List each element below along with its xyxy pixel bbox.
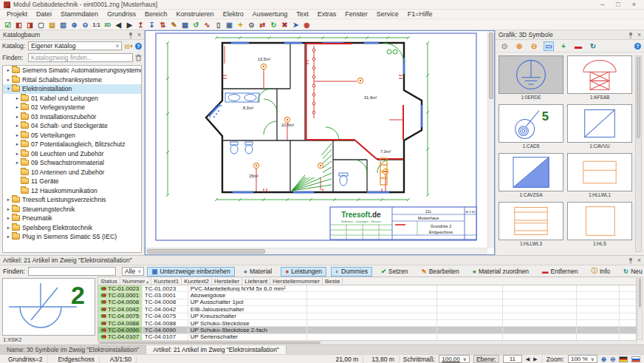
expander-icon[interactable]: ▾: [5, 86, 12, 92]
menu-item[interactable]: Elektro: [219, 10, 248, 18]
menu-item[interactable]: Auswertung: [248, 10, 292, 18]
tree-item[interactable]: ▸ Plug in Siemens Simatic S5 (IEC): [3, 232, 141, 242]
include-subbranches-button[interactable]: ▣ Unterzweige einbeziehen: [147, 267, 234, 277]
symbol-cavzsa[interactable]: [499, 153, 564, 191]
tree-item[interactable]: ▾ Elektroinstallation: [3, 84, 141, 94]
sort-levels-icon[interactable]: ⇅: [157, 20, 168, 30]
zoom-out-icon[interactable]: ⊖: [610, 356, 615, 363]
close-panel-icon[interactable]: ×: [137, 31, 141, 38]
menu-item[interactable]: Extras: [313, 10, 341, 18]
lamp-icon[interactable]: ✦: [235, 20, 246, 30]
project-export-icon[interactable]: ◨: [24, 20, 35, 30]
menu-item[interactable]: Bereich: [140, 10, 172, 18]
tree-item[interactable]: 12 Hauskommunikation: [3, 186, 141, 196]
canvas-horizontal-scrollbar[interactable]: [145, 248, 487, 254]
symbol-cad5[interactable]: 5: [499, 104, 564, 143]
info-button[interactable]: ⓘ Info: [586, 267, 614, 277]
expander-icon[interactable]: ▸: [5, 215, 12, 221]
expander-icon[interactable]: ▸: [5, 77, 12, 83]
expander-icon[interactable]: ▸: [14, 132, 21, 138]
tools-icon[interactable]: ➤: [290, 20, 301, 30]
clear-search-icon[interactable]: [135, 54, 142, 61]
table-row[interactable]: TC-04.0042 TC-04.0042 EIB-Jalousieschalt…: [98, 306, 636, 313]
reload-symbols-icon[interactable]: ↻: [588, 41, 598, 51]
bearbeiten-button[interactable]: ✎ Bearbeiten: [417, 267, 464, 277]
properties-icon[interactable]: ▣: [224, 20, 235, 30]
minimize-button[interactable]: –: [600, 1, 604, 8]
expander-icon[interactable]: ▸: [5, 225, 12, 231]
move-down-icon[interactable]: ↧: [146, 20, 157, 30]
help-icon[interactable]: ?: [135, 43, 142, 50]
menu-item[interactable]: Stammdaten: [56, 10, 103, 18]
zoom-in-icon[interactable]: ⊕: [69, 20, 80, 30]
search-icon[interactable]: ⊙: [246, 20, 257, 30]
zoom-out-icon[interactable]: ⊖: [529, 41, 539, 51]
expander-icon[interactable]: ▸: [5, 234, 12, 240]
menu-item[interactable]: F1=Hilfe: [403, 10, 437, 18]
tree-item[interactable]: ▸ 07 Potentialausgleich, Blitzschutz: [3, 140, 141, 149]
symbol-cavvu[interactable]: [567, 104, 632, 143]
catalog-search-input[interactable]: [28, 53, 133, 62]
article-filter-select[interactable]: Alle∨: [122, 267, 144, 276]
freehand-icon[interactable]: ∿: [202, 20, 213, 30]
bottom-tab[interactable]: Name: 30 Symbole im Zweig "Elektroinstal…: [0, 345, 146, 354]
zoom-in-icon[interactable]: ⊕: [601, 356, 606, 363]
table-row[interactable]: TC-04.0088 TC-04.0088 UP Schuko-Steckdos…: [98, 320, 636, 327]
article-search-input[interactable]: [28, 267, 116, 276]
maximize-button[interactable]: □: [616, 1, 620, 8]
column-header[interactable]: Nummer: [120, 277, 152, 285]
entfernen-button[interactable]: ▬ Entfernen: [538, 267, 582, 277]
add-symbol-icon[interactable]: +: [558, 41, 569, 51]
column-header[interactable]: Status: [98, 277, 120, 285]
table-row[interactable]: TC-01.0023 TC-01.0023 PVC-Mantelleitung …: [98, 285, 636, 292]
neu-laden-button[interactable]: ↻ Neu laden: [619, 267, 644, 277]
bottom-tab[interactable]: Artikel: 21 Artikel im Zweig "Elektroins…: [146, 345, 287, 354]
menu-item[interactable]: Projekt: [2, 10, 32, 18]
zoom-select[interactable]: 100 %∨: [568, 355, 597, 363]
expander-icon[interactable]: ▸: [5, 67, 12, 73]
pin-icon[interactable]: [628, 32, 634, 38]
table-vertical-scrollbar[interactable]: [637, 277, 643, 340]
tree-item[interactable]: ▸ Siemens Simatic Automatisierungssystem…: [3, 66, 141, 75]
move-up-icon[interactable]: ↥: [135, 20, 146, 30]
expander-icon[interactable]: ▸: [14, 104, 21, 110]
zoom-fit-icon[interactable]: ⊙: [499, 41, 510, 51]
column-header[interactable]: Lieferant: [242, 277, 270, 285]
tree-item[interactable]: ▸ Pneumatik: [3, 214, 141, 223]
expander-icon[interactable]: ▸: [14, 160, 21, 166]
symbol-hllwl3[interactable]: [499, 202, 564, 240]
help-icon[interactable]: ?: [634, 43, 641, 50]
table-row[interactable]: TC-04.0075 TC-04.0075 UP Kreuzschalter: [98, 313, 636, 320]
expander-icon[interactable]: ▸: [14, 123, 21, 129]
table-icon[interactable]: ▦: [179, 20, 191, 30]
remove-symbol-icon[interactable]: ▬: [573, 41, 583, 51]
prev-icon[interactable]: ◀: [113, 20, 124, 30]
table-row[interactable]: TC-04.0090 TC-04.0090 UP Schuko-Steckdos…: [98, 327, 636, 333]
german-flag-icon[interactable]: [619, 356, 628, 362]
tree-item[interactable]: ▸ 02 Verlegesysteme: [3, 103, 141, 112]
symbols-scrollbar[interactable]: [635, 55, 642, 252]
canvas-vertical-scrollbar[interactable]: [487, 31, 494, 248]
russian-flag-icon[interactable]: [631, 356, 640, 362]
tree-item[interactable]: ▸ 08 Leuchten und Zubehör: [3, 149, 141, 159]
zoom-in-icon[interactable]: ⊕: [514, 41, 524, 51]
material-zuordnen-button[interactable]: ● Material zuordnen: [468, 267, 533, 277]
expander-icon[interactable]: ▸: [5, 206, 12, 212]
column-header[interactable]: Kurztext2: [182, 277, 212, 285]
draw-icon[interactable]: ✎: [168, 20, 179, 30]
tree-item[interactable]: ▸ 05 Verteilungen: [3, 131, 141, 140]
tree-item[interactable]: ▸ Treesoft Leistungsverzeichnis: [3, 195, 141, 205]
column-header[interactable]: Beste: [323, 277, 343, 285]
close-panel-icon[interactable]: ×: [637, 257, 641, 264]
zoom-1to1-icon[interactable]: 1:1: [91, 20, 102, 30]
column-header[interactable]: Herstellernummer: [270, 277, 323, 285]
drawing-canvas[interactable]: 13,5m² 31,9m² 10,5m² 8,3m² 15m² 7,3m² Tr…: [145, 30, 495, 255]
close-panel-icon[interactable]: ×: [637, 31, 641, 38]
close-button[interactable]: ×: [632, 1, 636, 8]
power-icon[interactable]: ◉: [301, 20, 312, 30]
tree-item[interactable]: ▸ 01 Kabel und Leitungen: [3, 94, 141, 104]
column-header[interactable]: Hersteller: [212, 277, 242, 285]
expander-icon[interactable]: ▸: [14, 151, 21, 157]
symbol-afsab[interactable]: [567, 55, 632, 94]
remove-ref-icon[interactable]: ✖: [279, 20, 290, 30]
